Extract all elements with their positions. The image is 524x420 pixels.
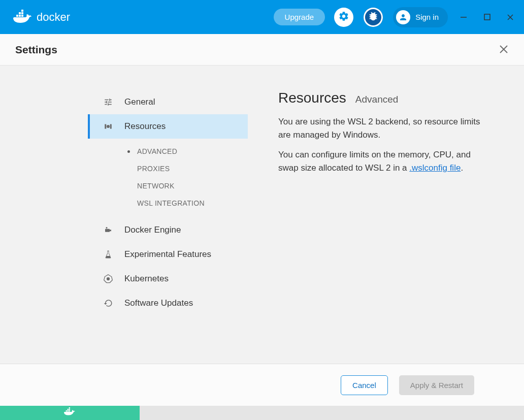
subnav-label: PROXIES xyxy=(137,165,170,173)
svg-rect-20 xyxy=(66,410,67,411)
page-title: Settings xyxy=(15,44,57,56)
nav-docker-engine[interactable]: Docker Engine xyxy=(88,218,248,242)
settings-header: Settings xyxy=(0,34,524,66)
svg-rect-0 xyxy=(16,15,18,17)
nav-label: Resources xyxy=(124,121,166,132)
svg-rect-21 xyxy=(67,410,68,411)
brand-text: docker xyxy=(37,11,70,24)
svg-rect-15 xyxy=(105,229,110,232)
settings-icon-button[interactable] xyxy=(334,8,353,27)
svg-rect-25 xyxy=(69,407,70,408)
maximize-button[interactable] xyxy=(482,13,492,22)
svg-rect-16 xyxy=(110,230,111,231)
minimize-button[interactable] xyxy=(459,13,468,22)
subnav-network[interactable]: NETWORK xyxy=(88,177,248,195)
docker-logo[interactable]: docker xyxy=(13,10,70,25)
whale-icon xyxy=(63,407,77,418)
avatar-icon xyxy=(396,10,410,24)
flask-icon xyxy=(103,249,113,260)
window-controls xyxy=(459,13,515,22)
signin-label: Sign in xyxy=(415,13,439,21)
content-subtitle: Advanced xyxy=(355,94,399,105)
svg-rect-12 xyxy=(105,124,106,129)
svg-point-17 xyxy=(106,227,108,229)
svg-rect-23 xyxy=(67,409,68,410)
bullet-icon xyxy=(127,150,130,153)
svg-rect-2 xyxy=(21,15,23,17)
content-paragraph: You can configure limits on the memory, … xyxy=(278,148,492,175)
svg-rect-22 xyxy=(69,410,70,411)
cancel-button[interactable]: Cancel xyxy=(341,375,388,395)
text-span: . xyxy=(461,163,463,173)
nav-label: Kubernetes xyxy=(124,274,169,284)
settings-body: General Resources ADVANCED PROXIES NETWO… xyxy=(0,66,524,364)
content-title: Resources xyxy=(278,90,346,106)
svg-point-19 xyxy=(107,278,110,280)
signin-button[interactable]: Sign in xyxy=(393,7,448,27)
nav-resources[interactable]: Resources xyxy=(88,114,248,139)
close-settings-button[interactable] xyxy=(499,44,510,55)
apply-restart-button[interactable]: Apply & Restart xyxy=(399,375,474,395)
status-indicator[interactable] xyxy=(0,406,140,420)
subnav-label: NETWORK xyxy=(137,182,175,190)
update-icon xyxy=(103,298,113,308)
gear-icon xyxy=(338,11,349,24)
bug-icon xyxy=(368,11,379,24)
content-pane: Resources Advanced You are using the WSL… xyxy=(248,90,524,364)
nav-experimental[interactable]: Experimental Features xyxy=(88,242,248,267)
subnav-label: WSL INTEGRATION xyxy=(137,199,205,207)
statusbar xyxy=(0,406,524,420)
upgrade-button[interactable]: Upgrade xyxy=(274,9,325,25)
nav-label: General xyxy=(124,97,155,107)
svg-rect-24 xyxy=(69,409,70,410)
subnav-wsl-integration[interactable]: WSL INTEGRATION xyxy=(88,195,248,212)
resources-subnav: ADVANCED PROXIES NETWORK WSL INTEGRATION xyxy=(88,139,248,218)
whale-icon xyxy=(13,10,34,25)
sliders-icon xyxy=(103,97,113,107)
nav-label: Docker Engine xyxy=(124,225,181,235)
nav-software-updates[interactable]: Software Updates xyxy=(88,291,248,315)
settings-footer: Cancel Apply & Restart xyxy=(0,364,524,406)
wslconfig-link[interactable]: .wslconfig file xyxy=(409,163,461,173)
content-heading: Resources Advanced xyxy=(278,90,492,106)
resources-icon xyxy=(103,121,113,132)
svg-rect-4 xyxy=(21,12,23,14)
subnav-label: ADVANCED xyxy=(137,147,177,155)
nav-label: Software Updates xyxy=(124,298,193,308)
svg-rect-7 xyxy=(484,14,490,20)
subnav-proxies[interactable]: PROXIES xyxy=(88,160,248,177)
nav-label: Experimental Features xyxy=(124,249,211,260)
svg-rect-13 xyxy=(110,124,112,129)
troubleshoot-icon-button[interactable] xyxy=(364,8,383,27)
engine-icon xyxy=(103,225,113,235)
close-window-button[interactable] xyxy=(506,13,515,22)
nav-general[interactable]: General xyxy=(88,90,248,114)
svg-rect-5 xyxy=(21,10,23,12)
kubernetes-icon xyxy=(103,274,113,284)
nav-kubernetes[interactable]: Kubernetes xyxy=(88,267,248,291)
content-paragraph: You are using the WSL 2 backend, so reso… xyxy=(278,115,492,142)
svg-rect-1 xyxy=(19,15,21,17)
subnav-advanced[interactable]: ADVANCED xyxy=(88,143,248,160)
svg-point-14 xyxy=(107,125,110,128)
settings-sidebar: General Resources ADVANCED PROXIES NETWO… xyxy=(0,90,248,364)
titlebar: docker Upgrade Sign in xyxy=(0,0,524,34)
svg-rect-3 xyxy=(19,12,21,14)
